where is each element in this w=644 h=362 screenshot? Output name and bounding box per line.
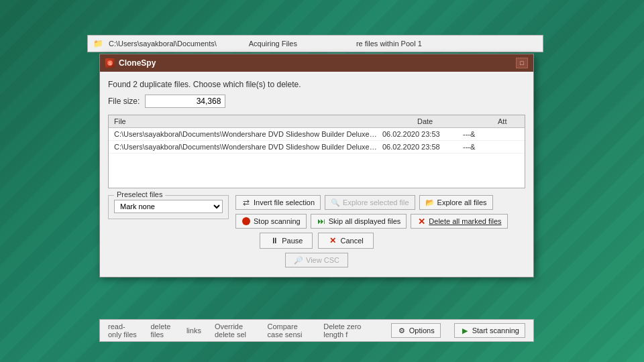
file-path-1: C:\Users\sayakboral\Documents\Wondershar… (111, 129, 380, 139)
explore-all-icon: 📂 (425, 198, 435, 207)
zero-length-text: Delete zero length f (323, 322, 364, 339)
compare-text: Compare case sensi (268, 322, 311, 339)
pause-icon: ⏸ (270, 236, 279, 245)
filesize-label: File size: (108, 97, 140, 106)
options-button[interactable]: ⚙ Options (391, 323, 441, 338)
links-text: links (186, 326, 201, 335)
filesize-input (145, 95, 225, 108)
table-row[interactable]: C:\Users\sayakboral\Documents\Wondershar… (109, 141, 525, 154)
delete-all-label: Delete all marked files (429, 217, 501, 225)
maximize-button[interactable]: □ (516, 58, 528, 68)
delete-files-text: delete files (150, 322, 172, 339)
preselect-legend: Preselect files (114, 190, 165, 198)
file-path-2: C:\Users\sayakboral\Documents\Wondershar… (111, 142, 380, 152)
explore-selected-file-button[interactable]: 🔍 Explore selected file (325, 195, 415, 210)
stop-icon (241, 217, 251, 226)
file-list-header: File Date Att (109, 115, 525, 128)
options-icon: ⚙ (397, 326, 407, 335)
stop-scanning-button[interactable]: Stop scanning (235, 214, 307, 229)
view-csc-row: 🔎 View CSC (108, 251, 525, 269)
readonly-text: read-only files (108, 322, 137, 339)
file-att-1: ---& (460, 129, 487, 139)
title-bar-controls: □ (516, 58, 528, 68)
address-bar-text: C:\Users\sayakboral\Documents\ (109, 40, 217, 48)
file-date-1: 06.02.2020 23:53 (380, 129, 460, 139)
invert-label: Invert file selection (254, 198, 315, 206)
file-att-2: ---& (460, 142, 487, 152)
outer-window-bar: 📁 C:\Users\sayakboral\Documents\ Acquiri… (87, 35, 543, 52)
start-scanning-button[interactable]: ▶ Start scanning (454, 323, 525, 338)
dialog-title-bar: S CloneSpy □ (100, 54, 533, 72)
folder-icon: 📁 (93, 39, 103, 48)
invert-file-selection-button[interactable]: ⇄ Invert file selection (235, 195, 321, 210)
clonespy-dialog: S CloneSpy □ Found 2 duplicate files. Ch… (99, 54, 534, 278)
view-csc-label: View CSC (306, 256, 339, 264)
file-list-container: File Date Att C:\Users\sayakboral\Docume… (108, 115, 525, 188)
buttons-row-1: ⇄ Invert file selection 🔍 Explore select… (235, 195, 525, 210)
acquiring-text: Acquiring Files (249, 40, 297, 48)
cancel-label: Cancel (340, 237, 363, 245)
table-row[interactable]: C:\Users\sayakboral\Documents\Wondershar… (109, 128, 525, 141)
buttons-row-2: Stop scanning ⏭ Skip all displayed files… (235, 214, 525, 229)
pause-cancel-row: ⏸ Pause ✕ Cancel (108, 229, 525, 251)
start-scanning-label: Start scanning (472, 326, 519, 335)
options-label: Options (409, 326, 435, 335)
col-header-file: File (111, 117, 415, 126)
filesize-row: File size: (108, 95, 525, 108)
skip-all-label: Skip all displayed files (329, 217, 401, 225)
pause-button[interactable]: ⏸ Pause (260, 233, 313, 249)
right-buttons: ⇄ Invert file selection 🔍 Explore select… (235, 195, 525, 229)
preselect-group: Preselect files Mark none Mark all Mark … (108, 195, 229, 219)
svg-text:S: S (109, 61, 112, 66)
view-csc-button[interactable]: 🔎 View CSC (285, 253, 348, 267)
title-bar-left: S CloneSpy (105, 58, 156, 68)
override-text: Override delete sel (215, 322, 254, 339)
delete-icon: ✕ (417, 217, 426, 226)
bottom-bar: read-only files delete files links Overr… (99, 319, 534, 342)
info-text: Found 2 duplicate files. Choose which fi… (108, 80, 525, 89)
explore-all-label: Explore all files (437, 198, 487, 206)
preselect-select[interactable]: Mark none Mark all Mark oldest Mark newe… (114, 200, 223, 213)
invert-icon: ⇄ (241, 198, 251, 207)
pool-text: re files within Pool 1 (356, 40, 422, 48)
explore-all-files-button[interactable]: 📂 Explore all files (419, 195, 493, 210)
dialog-title: CloneSpy (119, 58, 156, 68)
view-csc-icon: 🔎 (294, 255, 303, 265)
file-date-2: 06.02.2020 23:58 (380, 142, 460, 152)
bottom-section: Preselect files Mark none Mark all Mark … (108, 195, 525, 229)
cancel-icon: ✕ (328, 236, 337, 245)
dialog-body: Found 2 duplicate files. Choose which fi… (100, 72, 533, 277)
explore-selected-label: Explore selected file (343, 198, 409, 206)
stop-scanning-label: Stop scanning (254, 217, 301, 225)
start-icon: ▶ (460, 326, 470, 335)
skip-all-button[interactable]: ⏭ Skip all displayed files (311, 214, 407, 229)
col-header-date: Date (415, 117, 495, 126)
app-icon: S (105, 58, 115, 68)
col-header-att: Att (495, 117, 522, 126)
explore-selected-icon: 🔍 (331, 198, 340, 207)
delete-all-marked-button[interactable]: ✕ Delete all marked files (411, 214, 507, 229)
cancel-button[interactable]: ✕ Cancel (318, 233, 373, 249)
pause-label: Pause (282, 237, 303, 245)
skip-icon: ⏭ (317, 217, 326, 226)
